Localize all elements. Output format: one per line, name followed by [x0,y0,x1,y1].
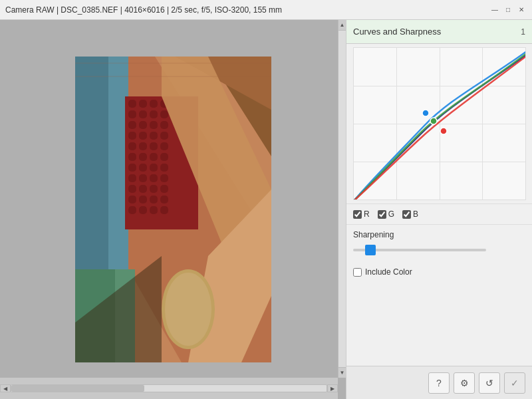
refresh-button[interactable]: ↺ [479,372,500,394]
svg-rect-40 [139,185,147,193]
svg-rect-49 [150,206,158,214]
svg-rect-31 [128,164,136,172]
sharpening-slider[interactable] [353,243,486,257]
curve-point-blue [422,110,429,116]
svg-rect-20 [139,132,147,140]
svg-rect-22 [160,132,168,140]
svg-rect-44 [139,196,147,203]
vscroll-up-arrow[interactable]: ▲ [338,20,346,31]
sharpening-section: Sharpening [346,224,532,262]
image-container [75,57,271,362]
svg-rect-12 [139,110,147,118]
channels-row: R G B [346,203,532,224]
image-panel: ◀ ▶ ▲ ▼ [0,20,346,399]
channel-r[interactable]: R [353,209,370,219]
svg-rect-45 [150,196,158,203]
svg-rect-47 [128,206,136,214]
svg-rect-39 [128,185,136,193]
hscrollbar-track[interactable] [11,384,327,392]
panel-header: Curves and Sharpness 1 [346,20,532,44]
svg-rect-43 [128,196,136,203]
titlebar-title: Camera RAW | DSC_0385.NEF | 4016×6016 | … [5,5,282,15]
vscroll-down-arrow[interactable]: ▼ [338,367,346,378]
svg-rect-46 [160,196,168,203]
svg-rect-30 [160,153,168,161]
curve-point-red [440,128,447,134]
hscrollbar-thumb [11,385,144,392]
channel-g-label: G [388,209,394,219]
svg-rect-36 [139,174,147,182]
svg-rect-50 [160,206,168,214]
svg-rect-35 [128,174,136,182]
svg-rect-26 [160,142,168,150]
right-spacer [346,282,532,366]
svg-rect-14 [160,110,168,118]
svg-rect-23 [128,142,136,150]
hscroll-right-arrow[interactable]: ▶ [327,384,338,392]
sharpening-thumb[interactable] [365,245,376,255]
svg-rect-48 [139,206,147,214]
include-color-row: Include Color [346,262,532,282]
svg-rect-34 [160,164,168,172]
svg-rect-33 [150,164,158,172]
accept-button[interactable]: ✓ [504,372,525,394]
bottom-toolbar: ? ⚙ ↺ ✓ [346,366,532,399]
vscrollbar[interactable]: ▲ ▼ [338,20,346,378]
minimize-button[interactable]: — [489,5,500,15]
channel-g-checkbox[interactable] [378,210,386,219]
svg-rect-24 [139,142,147,150]
close-button[interactable]: ✕ [516,5,527,15]
titlebar: Camera RAW | DSC_0385.NEF | 4016×6016 | … [0,0,532,20]
svg-rect-29 [150,153,158,161]
channel-b-label: B [413,209,418,219]
svg-rect-21 [150,132,158,140]
channel-b-checkbox[interactable] [402,210,411,219]
channel-r-label: R [364,209,370,219]
hscroll-left-arrow[interactable]: ◀ [0,384,11,392]
curves-area [346,44,532,203]
vscrollbar-track[interactable] [338,31,346,367]
include-color-label: Include Color [365,267,412,277]
svg-rect-13 [150,110,158,118]
svg-point-56 [165,273,211,346]
svg-rect-28 [139,153,147,161]
svg-rect-7 [128,100,136,108]
curves-svg [354,48,526,200]
main-layout: ◀ ▶ ▲ ▼ Curves and Sharpness 1 [0,20,532,399]
maximize-button[interactable]: □ [503,5,513,15]
help-button[interactable]: ? [428,372,450,394]
svg-rect-15 [128,121,136,129]
svg-rect-42 [160,185,168,193]
svg-rect-38 [160,174,168,182]
channel-b[interactable]: B [402,209,418,219]
sharpening-label: Sharpening [353,230,525,239]
svg-rect-16 [139,121,147,129]
svg-rect-32 [139,164,147,172]
svg-rect-25 [150,142,158,150]
svg-rect-18 [160,121,168,129]
settings-button[interactable]: ⚙ [454,372,475,394]
photo-display [75,57,271,362]
svg-rect-19 [128,132,136,140]
curve-point-green [430,118,437,124]
svg-rect-41 [150,185,158,193]
svg-rect-37 [150,174,158,182]
svg-rect-17 [150,121,158,129]
curves-canvas[interactable] [353,47,526,200]
include-color-checkbox[interactable] [353,268,362,277]
panel-title: Curves and Sharpness [353,27,441,37]
channel-r-checkbox[interactable] [353,210,362,219]
svg-rect-27 [128,153,136,161]
panel-tab-number: 1 [521,27,525,37]
svg-rect-11 [128,110,136,118]
svg-rect-9 [150,100,158,108]
svg-rect-8 [139,100,147,108]
right-panel: Curves and Sharpness 1 [346,20,532,399]
titlebar-controls: — □ ✕ [489,5,527,15]
channel-g[interactable]: G [378,209,394,219]
